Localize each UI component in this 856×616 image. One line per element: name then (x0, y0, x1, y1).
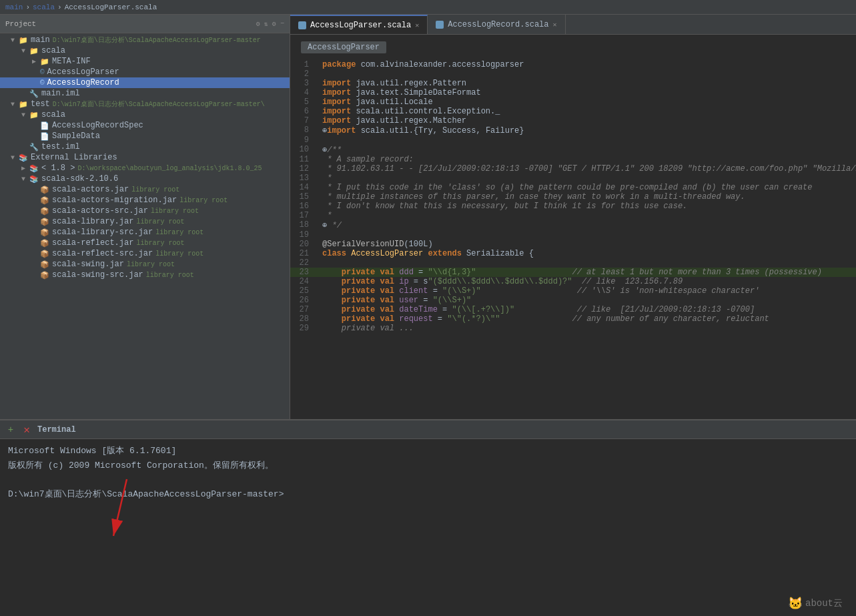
breadcrumb-file[interactable]: AccessLogParser.scala (65, 3, 157, 11)
sidebar-item-test-iml[interactable]: 🔧 test.iml (0, 141, 290, 152)
sidebar-item-meta-inf[interactable]: ▶ 📁 META-INF (0, 56, 290, 67)
tree-label-scala-reflect-jar: scala-reflect.jar (52, 238, 133, 248)
sidebar-tree: ▼ 📁 main D:\win7桌面\日志分析\ScalaApacheAcces… (0, 33, 290, 419)
tree-libroot-scala-swing: library root (127, 261, 175, 268)
sidebar-item-access-log-record-spec[interactable]: 📄 AccessLogRecordSpec (0, 120, 290, 131)
breadcrumb-scala[interactable]: scala (33, 3, 55, 11)
tree-label-scala-actors-jar: scala-actors.jar (52, 185, 129, 194)
code-line-27: 27 private val dateTime = "(\\[.+?\\])" … (290, 305, 856, 314)
sidebar-item-access-log-record[interactable]: © AccessLogRecord (0, 77, 290, 88)
code-line-22: 22 (290, 258, 856, 268)
terminal-body[interactable]: Microsoft Windows [版本 6.1.7601] 版权所有 (c)… (0, 439, 856, 616)
top-bar: main › scala › AccessLogParser.scala (0, 0, 856, 15)
code-line-19: 19 (290, 230, 856, 240)
tree-label-access-log-record-spec: AccessLogRecordSpec (52, 121, 143, 130)
code-line-17: 17 * (290, 211, 856, 220)
sidebar-item-scala-actors-migration-jar[interactable]: 📦 scala-actors-migration.jar library roo… (0, 195, 290, 206)
terminal-prompt: D:\win7桌面\日志分析\ScalaApacheAccessLogParse… (8, 488, 284, 501)
breadcrumb-main[interactable]: main (5, 3, 23, 11)
sidebar-title: Project (5, 20, 36, 28)
tree-label-main-iml: main.iml (41, 89, 80, 98)
project-sidebar: Project ⚙ ⇅ ⚙ − ▼ 📁 main D:\win7桌面\日志分析\… (0, 15, 290, 419)
terminal-header: + ✕ Terminal (0, 420, 856, 439)
tree-path-test: D:\win7桌面\日志分析\ScalaApacheAccessLogParse… (53, 99, 265, 109)
terminal-line-4: D:\win7桌面\日志分析\ScalaApacheAccessLogParse… (8, 488, 848, 501)
code-line-16: 16 * I don't know that this is necessary… (290, 202, 856, 211)
code-line-4: 4 import java.text.SimpleDateFormat (290, 88, 856, 97)
code-line-9: 9 (290, 135, 856, 145)
sync-icon[interactable]: ⇅ (264, 20, 268, 28)
tree-libroot-scala-actors: library root (131, 186, 179, 194)
about-cloud-logo: 🐱 about云 (788, 596, 843, 611)
sidebar-item-scala-reflect-src-jar[interactable]: 📦 scala-reflect-src.jar library root (0, 248, 290, 259)
code-line-2: 2 (290, 69, 856, 79)
terminal-add-button[interactable]: + (5, 424, 16, 435)
tree-label-test-iml: test.iml (41, 142, 80, 151)
code-line-6: 6 import scala.util.control.Exception._ (290, 107, 856, 116)
code-line-15: 15 * multiple instances of this parser, … (290, 192, 856, 202)
sidebar-item-scala-library-src-jar[interactable]: 📦 scala-library-src.jar library root (0, 227, 290, 238)
tree-libroot-scala-reflect: library root (136, 240, 184, 247)
sidebar-item-main[interactable]: ▼ 📁 main D:\win7桌面\日志分析\ScalaApacheAcces… (0, 35, 290, 45)
tree-label-scala-reflect-src-jar: scala-reflect-src.jar (52, 249, 153, 258)
sidebar-item-test[interactable]: ▼ 📁 test D:\win7桌面\日志分析\ScalaApacheAcces… (0, 99, 290, 109)
tree-label-scala-actors-migration-jar: scala-actors-migration.jar (52, 196, 177, 205)
code-line-21: 21 class AccessLogParser extends Seriali… (290, 249, 856, 258)
tree-libroot-scala-actors-migration: library root (179, 197, 228, 204)
tab-access-log-parser[interactable]: AccessLogParser.scala ✕ (290, 15, 428, 34)
cog2-icon[interactable]: ⚙ (272, 20, 276, 28)
sidebar-item-jdk18[interactable]: ▶ 📚 < 1.8 > D:\workspace\aboutyun_log_an… (0, 163, 290, 174)
terminal-line-1: Microsoft Windows [版本 6.1.7601] (8, 444, 848, 458)
code-line-7: 7 import java.util.regex.Matcher (290, 116, 856, 125)
sidebar-item-scala-library-jar[interactable]: 📦 scala-library.jar library root (0, 216, 290, 227)
tab-close-access-log-record[interactable]: ✕ (553, 21, 557, 29)
tree-label-scala-library-src-jar: scala-library-src.jar (52, 228, 153, 237)
code-line-14: 14 * I put this code in the 'class' so (… (290, 183, 856, 192)
code-line-5: 5 import java.util.Locale (290, 97, 856, 107)
code-line-3: 3 import java.util.regex.Pattern (290, 79, 856, 88)
code-line-28: 28 private val request = "\"(.*?)\"" // … (290, 314, 856, 324)
tab-icon-access-log-parser (298, 21, 306, 29)
sidebar-item-scala-swing-jar[interactable]: 📦 scala-swing.jar library root (0, 259, 290, 270)
sidebar-item-sample-data[interactable]: 📄 SampleData (0, 131, 290, 141)
terminal-line-3 (8, 473, 848, 487)
tab-label-access-log-parser: AccessLogParser.scala (310, 21, 411, 30)
tab-icon-access-log-record (436, 21, 444, 29)
sidebar-item-scala[interactable]: ▼ 📁 scala (0, 45, 290, 56)
code-line-12: 12 * 91.102.63.11 - - [21/Jul/2009:02:18… (290, 164, 856, 174)
code-line-11: 11 * A sample record: (290, 155, 856, 164)
sidebar-item-scala-swing-src-jar[interactable]: 📦 scala-swing-src.jar library root (0, 270, 290, 280)
tree-label-scala-swing-src-jar: scala-swing-src.jar (52, 270, 143, 280)
tree-path-main: D:\win7桌面\日志分析\ScalaApacheAccessLogParse… (53, 35, 261, 45)
sidebar-item-scala-actors-jar[interactable]: 📦 scala-actors.jar library root (0, 184, 290, 195)
sidebar-item-scala-sdk[interactable]: ▼ 📚 scala-sdk-2.10.6 (0, 174, 290, 184)
sidebar-item-external-libs[interactable]: ▼ 📚 External Libraries (0, 152, 290, 163)
tree-label-scala-library-jar: scala-library.jar (52, 217, 133, 226)
tab-close-access-log-parser[interactable]: ✕ (415, 21, 419, 29)
code-line-24: 24 private val ip = s"($ddd\\.$ddd\\.$dd… (290, 277, 856, 286)
breadcrumb-sep2: › (57, 3, 62, 11)
minus-icon[interactable]: − (280, 20, 284, 28)
sidebar-item-access-log-parser[interactable]: © AccessLogParser (0, 67, 290, 77)
terminal-close-button[interactable]: ✕ (21, 424, 32, 435)
tab-access-log-record[interactable]: AccessLogRecord.scala ✕ (428, 15, 565, 34)
tree-label-scala-actors-src-jar: scala-actors-src.jar (52, 206, 148, 216)
code-line-23: 23 private val ddd = "\\d{1,3}" // at le… (290, 268, 856, 277)
sidebar-item-scala-reflect-jar[interactable]: 📦 scala-reflect.jar library root (0, 238, 290, 248)
code-line-25: 25 private val client = "(\\S+)" // '\\S… (290, 286, 856, 296)
code-filename-badge: AccessLogParser (301, 41, 386, 53)
gear-icon[interactable]: ⚙ (256, 20, 260, 28)
sidebar-item-scala2[interactable]: ▼ 📁 scala (0, 109, 290, 120)
tree-label-main: main (31, 35, 50, 45)
breadcrumb-sep1: › (25, 3, 30, 11)
terminal-title: Terminal (37, 425, 76, 434)
sidebar-controls: ⚙ ⇅ ⚙ − (256, 20, 284, 28)
terminal-line-2: 版权所有 (c) 2009 Microsoft Corporation。保留所有… (8, 459, 848, 473)
sidebar-item-main-iml[interactable]: 🔧 main.iml (0, 88, 290, 99)
code-line-18: 18 ⊕ */ (290, 220, 856, 230)
tree-libroot-scala-swing-src: library root (146, 272, 194, 279)
sidebar-item-scala-actors-src-jar[interactable]: 📦 scala-actors-src.jar library root (0, 206, 290, 216)
code-lines: 1 package com.alvinalexander.accesslogpa… (290, 60, 856, 333)
tree-path-jdk18: D:\workspace\aboutyun_log_analysis\jdk1.… (77, 165, 262, 172)
tree-label-test: test (31, 99, 50, 109)
